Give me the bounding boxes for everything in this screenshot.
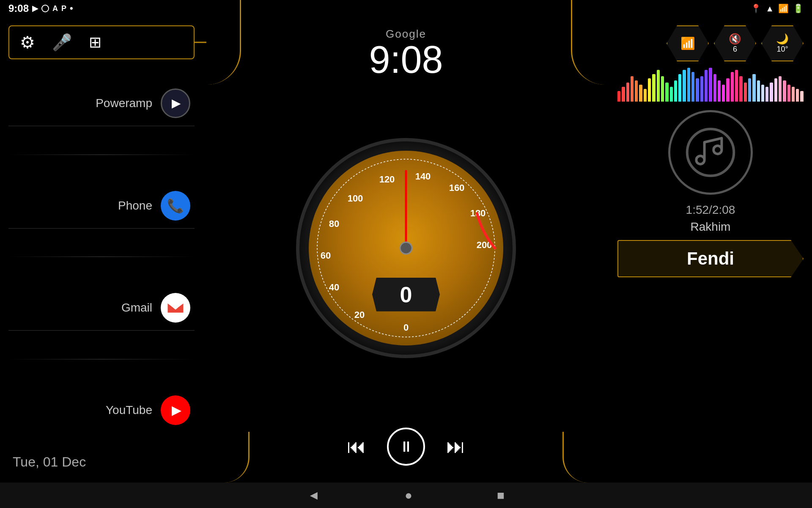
gmail-icon-circle xyxy=(161,293,190,323)
eq-bar-5 xyxy=(639,85,642,102)
p-status-icon: P xyxy=(61,4,66,13)
google-time: Google 9:08 xyxy=(362,21,449,85)
svg-point-14 xyxy=(400,242,412,254)
youtube-play-icon: ▶ xyxy=(172,403,181,417)
eq-bar-33 xyxy=(761,85,764,102)
gmail-icon xyxy=(167,301,184,315)
status-time: 9:08 xyxy=(8,3,29,14)
svg-text:120: 120 xyxy=(379,174,395,185)
separator-1 xyxy=(8,155,195,155)
youtube-app-item[interactable]: YouTube ▶ xyxy=(8,388,195,433)
eq-bar-38 xyxy=(783,80,786,102)
svg-text:60: 60 xyxy=(321,250,331,261)
music-note-svg xyxy=(685,127,736,178)
status-bar: 9:08 ▶ A P • 📍 ▲ 📶 🔋 xyxy=(0,0,812,17)
app-list: Poweramp ▶ Phone 📞 Gmail xyxy=(8,68,195,446)
speedometer-outer: 0 20 40 60 80 100 120 140 160 180 200 xyxy=(296,138,516,358)
weather-hex[interactable]: 🌙 10° xyxy=(761,25,804,61)
eq-bar-17 xyxy=(691,72,694,102)
status-right: 📍 ▲ 📶 🔋 xyxy=(751,3,804,14)
settings-icon[interactable]: ⚙ xyxy=(20,33,35,52)
eq-bar-12 xyxy=(670,87,673,102)
speedometer-inner: 0 20 40 60 80 100 120 140 160 180 200 xyxy=(309,151,503,345)
svg-text:160: 160 xyxy=(449,182,465,193)
eq-bar-16 xyxy=(687,68,690,102)
eq-bar-31 xyxy=(752,74,755,102)
eq-bar-7 xyxy=(648,78,651,102)
eq-bar-41 xyxy=(796,89,799,102)
eq-bar-34 xyxy=(765,87,768,102)
eq-bar-29 xyxy=(744,83,747,102)
microphone-icon[interactable]: 🎤 xyxy=(52,33,72,52)
wifi-status-icon: ▲ xyxy=(765,4,774,14)
pause-button[interactable]: ⏸ xyxy=(387,428,425,466)
poweramp-app-item[interactable]: Poweramp ▶ xyxy=(8,81,195,126)
home-button[interactable]: ● xyxy=(405,488,412,502)
eq-bar-10 xyxy=(661,76,664,102)
eq-bar-28 xyxy=(739,76,742,102)
youtube-label: YouTube xyxy=(106,403,152,417)
signal-status-icon: 📶 xyxy=(778,3,789,14)
svg-text:0: 0 xyxy=(403,322,409,333)
phone-icon: 📞 xyxy=(167,198,184,214)
separator-2 xyxy=(8,257,195,257)
youtube-icon-circle: ▶ xyxy=(161,395,190,425)
left-panel: ⚙ 🎤 ⊞ Poweramp ▶ Phone 📞 Gmail xyxy=(0,21,203,483)
speedometer-svg: 0 20 40 60 80 100 120 140 160 180 200 xyxy=(309,151,503,345)
eq-bar-27 xyxy=(735,70,738,102)
eq-bar-14 xyxy=(678,74,681,102)
poweramp-play-button[interactable]: ▶ xyxy=(161,88,190,118)
eq-bar-18 xyxy=(696,78,699,102)
eq-bar-39 xyxy=(787,85,790,102)
eq-bar-30 xyxy=(748,78,751,102)
sound-hex[interactable]: 🔇 6 xyxy=(714,25,756,61)
nav-bar: ◄ ● ■ xyxy=(0,483,812,508)
eq-bar-8 xyxy=(652,74,655,102)
prev-button[interactable]: ⏮ xyxy=(347,436,366,458)
eq-bar-6 xyxy=(644,89,647,102)
weather-hex-temp: 10° xyxy=(776,45,788,54)
top-right-status: 📶 🔇 6 🌙 10° xyxy=(617,25,804,61)
svg-text:80: 80 xyxy=(329,218,339,229)
gmail-app-item[interactable]: Gmail xyxy=(8,285,195,331)
wifi-hex[interactable]: 📶 xyxy=(667,25,709,61)
media-controls: ⏮ ⏸ ⏭ xyxy=(338,419,474,474)
sound-hex-value: 6 xyxy=(733,45,737,54)
phone-label: Phone xyxy=(118,199,152,213)
eq-bar-21 xyxy=(709,68,712,102)
track-artist: Rakhim xyxy=(617,220,804,234)
svg-text:20: 20 xyxy=(354,309,365,320)
wifi-hex-icon: 📶 xyxy=(680,36,695,50)
stop-status-icon xyxy=(41,5,49,12)
eq-bar-26 xyxy=(731,72,734,102)
grid-icon[interactable]: ⊞ xyxy=(89,33,102,51)
play-status-icon: ▶ xyxy=(32,4,38,13)
poweramp-play-icon: ▶ xyxy=(172,96,181,110)
svg-text:100: 100 xyxy=(348,193,363,204)
next-button[interactable]: ⏭ xyxy=(446,436,465,458)
eq-bar-32 xyxy=(757,80,760,102)
phone-icon-circle: 📞 xyxy=(161,191,190,221)
recents-button[interactable]: ■ xyxy=(497,488,505,502)
moon-hex-icon: 🌙 xyxy=(776,33,789,45)
eq-bar-11 xyxy=(665,83,668,102)
eq-bar-37 xyxy=(779,76,782,102)
speed-readout: 0 xyxy=(372,278,440,312)
track-title-bar: Fendi xyxy=(617,240,804,277)
equalizer xyxy=(617,68,804,102)
a-status-icon: A xyxy=(52,4,58,13)
svg-text:140: 140 xyxy=(415,171,431,182)
phone-app-item[interactable]: Phone 📞 xyxy=(8,183,195,229)
svg-text:40: 40 xyxy=(329,282,339,293)
svg-point-15 xyxy=(687,129,734,176)
gmail-label: Gmail xyxy=(121,301,152,315)
eq-bar-3 xyxy=(631,76,634,102)
separator-3 xyxy=(8,359,195,359)
eq-bar-35 xyxy=(770,83,773,102)
eq-bar-23 xyxy=(718,80,721,102)
eq-bar-1 xyxy=(622,87,625,102)
eq-bar-9 xyxy=(657,70,660,102)
eq-bar-2 xyxy=(626,83,629,102)
back-button[interactable]: ◄ xyxy=(307,488,320,502)
time-display: 9:08 xyxy=(369,41,443,79)
